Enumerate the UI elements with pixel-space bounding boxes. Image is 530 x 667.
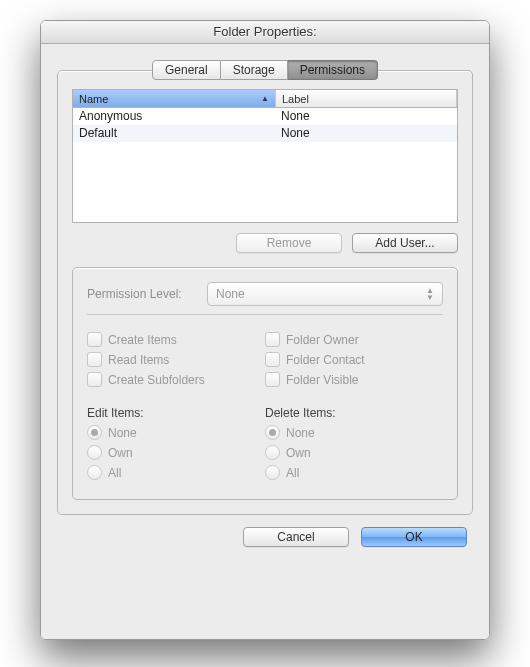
add-user-button[interactable]: Add User... — [352, 233, 458, 253]
select-stepper-icon: ▲▼ — [426, 287, 434, 301]
remove-button[interactable]: Remove — [236, 233, 342, 253]
checkbox-create-subfolders[interactable]: Create Subfolders — [87, 372, 265, 387]
permissions-panel: Name ▲ Label Anonymous None Default None — [57, 70, 473, 515]
column-header-label-label: Label — [282, 93, 309, 105]
checkbox-icon — [87, 352, 102, 367]
checkbox-icon — [265, 352, 280, 367]
radio-icon — [265, 465, 280, 480]
column-header-name[interactable]: Name ▲ — [73, 90, 276, 107]
edit-items-heading: Edit Items: — [87, 406, 265, 420]
permission-level-label: Permission Level: — [87, 287, 197, 301]
checkbox-folder-owner[interactable]: Folder Owner — [265, 332, 443, 347]
radio-label: All — [286, 466, 299, 480]
radio-edit-own[interactable]: Own — [87, 445, 265, 460]
radio-delete-none[interactable]: None — [265, 425, 443, 440]
checkbox-icon — [265, 372, 280, 387]
radio-label: Own — [286, 446, 311, 460]
checkbox-icon — [87, 332, 102, 347]
permission-level-select[interactable]: None ▲▼ — [207, 282, 443, 306]
tab-general[interactable]: General — [152, 60, 221, 80]
radio-label: None — [286, 426, 315, 440]
radio-delete-own[interactable]: Own — [265, 445, 443, 460]
cell-name: Default — [73, 125, 275, 142]
checkbox-create-items[interactable]: Create Items — [87, 332, 265, 347]
table-row[interactable]: Default None — [73, 125, 457, 142]
checkbox-folder-contact[interactable]: Folder Contact — [265, 352, 443, 367]
radio-icon — [265, 445, 280, 460]
checkbox-folder-visible[interactable]: Folder Visible — [265, 372, 443, 387]
checkbox-label: Folder Visible — [286, 373, 358, 387]
tab-storage[interactable]: Storage — [221, 60, 288, 80]
radio-icon — [87, 445, 102, 460]
permission-details-panel: Permission Level: None ▲▼ Create Items — [72, 267, 458, 500]
delete-items-heading: Delete Items: — [265, 406, 443, 420]
ok-button[interactable]: OK — [361, 527, 467, 547]
tab-bar: General Storage Permissions — [57, 60, 473, 80]
column-header-name-label: Name — [79, 93, 108, 105]
checkbox-label: Folder Contact — [286, 353, 365, 367]
column-header-label[interactable]: Label — [276, 90, 457, 107]
checkbox-icon — [265, 332, 280, 347]
radio-label: Own — [108, 446, 133, 460]
divider — [87, 314, 443, 315]
sort-ascending-icon: ▲ — [261, 94, 269, 103]
checkbox-label: Read Items — [108, 353, 169, 367]
checkbox-label: Create Items — [108, 333, 177, 347]
radio-label: All — [108, 466, 121, 480]
checkbox-label: Folder Owner — [286, 333, 359, 347]
checkbox-icon — [87, 372, 102, 387]
radio-icon — [87, 465, 102, 480]
radio-icon — [87, 425, 102, 440]
radio-icon — [265, 425, 280, 440]
users-table[interactable]: Name ▲ Label Anonymous None Default None — [72, 89, 458, 223]
checkbox-read-items[interactable]: Read Items — [87, 352, 265, 367]
cell-label: None — [275, 125, 457, 142]
checkbox-label: Create Subfolders — [108, 373, 205, 387]
radio-label: None — [108, 426, 137, 440]
permission-level-value: None — [216, 287, 245, 301]
table-row[interactable]: Anonymous None — [73, 108, 457, 125]
radio-delete-all[interactable]: All — [265, 465, 443, 480]
tab-permissions[interactable]: Permissions — [288, 60, 378, 80]
window-title: Folder Properties: — [41, 21, 489, 44]
radio-edit-all[interactable]: All — [87, 465, 265, 480]
cancel-button[interactable]: Cancel — [243, 527, 349, 547]
radio-edit-none[interactable]: None — [87, 425, 265, 440]
folder-properties-window: Folder Properties: General Storage Permi… — [40, 20, 490, 640]
cell-name: Anonymous — [73, 108, 275, 125]
cell-label: None — [275, 108, 457, 125]
